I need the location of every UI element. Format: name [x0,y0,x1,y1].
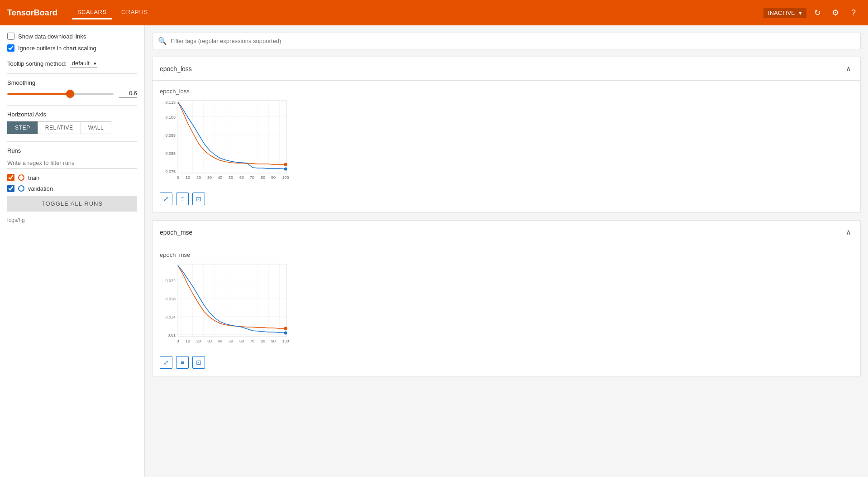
run-validation-checkbox[interactable] [7,185,14,192]
epoch-loss-section: epoch_loss ∧ epoch_loss 0. [152,57,861,213]
header: TensorBoard SCALARS GRAPHS INACTIVE ▾ ↻ … [0,0,868,25]
axis-label: Horizontal Axis [7,111,137,118]
status-badge[interactable]: INACTIVE ▾ [763,8,806,18]
svg-text:30: 30 [207,175,212,180]
show-download-checkbox[interactable] [7,33,14,40]
run-validation-dot [18,185,24,192]
epoch-mse-section: epoch_mse ∧ epoch_mse 0.01 [152,220,861,376]
svg-text:40: 40 [218,339,222,343]
smoothing-slider[interactable] [7,93,114,95]
app-logo: TensorBoard [7,8,57,18]
run-item-train: train [7,174,137,181]
run-train-label: train [28,174,39,181]
epoch-loss-data-button[interactable]: ≡ [176,193,189,205]
nav-graphs[interactable]: GRAPHS [116,6,153,19]
svg-text:0.105: 0.105 [165,115,176,120]
smoothing-row: 0.6 [7,90,137,98]
svg-text:20: 20 [196,339,201,343]
runs-filter-input[interactable] [7,158,137,169]
svg-text:60: 60 [239,175,244,180]
ignore-outliers-checkbox[interactable] [7,44,14,52]
filter-input[interactable] [171,38,855,44]
run-item-validation: validation [7,185,137,192]
ignore-outliers-row: Ignore outliers in chart scaling [7,44,137,52]
svg-point-35 [284,327,287,330]
nav-scalars[interactable]: SCALARS [72,6,112,19]
help-button[interactable]: ? [846,5,861,20]
svg-text:10: 10 [186,175,190,180]
settings-button[interactable]: ⚙ [828,5,843,20]
svg-text:100: 100 [282,175,289,180]
svg-text:0.014: 0.014 [165,315,176,319]
axis-step-button[interactable]: STEP [7,121,38,134]
display-options: Show data download links Ignore outliers… [7,33,137,52]
show-download-label[interactable]: Show data download links [18,33,86,40]
svg-point-36 [284,332,287,335]
header-right-controls: INACTIVE ▾ ↻ ⚙ ? [763,5,861,20]
axis-section: Horizontal Axis STEP RELATIVE WALL [7,111,137,134]
svg-text:50: 50 [229,339,233,343]
smoothing-section: Smoothing 0.6 [7,79,137,98]
svg-text:70: 70 [250,175,254,180]
epoch-mse-header: epoch_mse ∧ [153,221,860,244]
svg-point-17 [284,163,287,166]
epoch-loss-chart-wrapper: 0.075 0.085 0.095 0.105 0.115 0 10 20 30… [160,98,853,189]
svg-text:0.115: 0.115 [165,100,176,105]
epoch-loss-collapse-button[interactable]: ∧ [844,63,853,75]
svg-point-18 [284,168,287,171]
svg-text:0.075: 0.075 [165,169,176,174]
run-train-dot [18,174,24,181]
svg-text:10: 10 [186,339,190,343]
epoch-loss-chart-controls: ⤢ ≡ ⊡ [160,193,853,205]
divider-2 [7,105,137,106]
svg-text:0.018: 0.018 [165,297,176,301]
axis-relative-button[interactable]: RELATIVE [38,121,81,134]
epoch-loss-download-button[interactable]: ⊡ [192,193,205,205]
run-validation-label: validation [28,185,53,192]
epoch-mse-chart-controls: ⤢ ≡ ⊡ [160,356,853,369]
tooltip-row: Tooltip sorting method: default [7,59,137,68]
epoch-mse-chart: 0.01 0.014 0.018 0.022 0 10 20 30 40 50 … [160,262,314,352]
divider-1 [7,73,137,74]
logs-path: logs/hg [7,217,137,223]
smoothing-value: 0.6 [119,90,137,98]
tooltip-select-wrapper: default [70,59,97,68]
svg-text:80: 80 [261,339,265,343]
divider-3 [7,141,137,142]
svg-text:90: 90 [271,175,276,180]
epoch-mse-card: epoch_mse 0.01 0.014 0.018 0.022 [153,244,860,376]
tooltip-select[interactable]: default [70,59,97,68]
svg-text:0: 0 [176,339,179,343]
axis-wall-button[interactable]: WALL [81,121,112,134]
epoch-loss-title: epoch_loss [160,65,192,72]
epoch-loss-chart-title: epoch_loss [160,88,853,95]
svg-text:20: 20 [196,175,201,180]
epoch-mse-collapse-button[interactable]: ∧ [844,226,853,238]
ignore-outliers-label[interactable]: Ignore outliers in chart scaling [18,45,96,52]
svg-text:0.01: 0.01 [167,333,176,337]
main-content: 🔍 epoch_loss ∧ epoch_loss [145,25,868,477]
filter-bar: 🔍 [152,33,861,49]
epoch-mse-chart-wrapper: 0.01 0.014 0.018 0.022 0 10 20 30 40 50 … [160,262,853,352]
smoothing-label: Smoothing [7,79,137,86]
status-text: INACTIVE [768,10,795,16]
svg-text:90: 90 [271,339,276,343]
runs-section: Runs train validation TOGGLE ALL RUNS lo… [7,147,137,223]
axis-buttons: STEP RELATIVE WALL [7,121,137,134]
epoch-loss-expand-button[interactable]: ⤢ [160,193,172,205]
svg-text:0.022: 0.022 [165,279,176,283]
epoch-loss-chart: 0.075 0.085 0.095 0.105 0.115 0 10 20 30… [160,98,314,189]
refresh-button[interactable]: ↻ [810,5,825,20]
epoch-mse-download-button[interactable]: ⊡ [192,356,205,369]
svg-text:30: 30 [207,339,212,343]
svg-rect-0 [178,101,286,173]
tooltip-label: Tooltip sorting method: [7,60,67,67]
toggle-all-runs-button[interactable]: TOGGLE ALL RUNS [7,196,137,212]
search-icon: 🔍 [158,37,167,45]
epoch-mse-expand-button[interactable]: ⤢ [160,356,172,369]
run-train-checkbox[interactable] [7,174,14,181]
svg-text:50: 50 [229,175,233,180]
epoch-loss-header: epoch_loss ∧ [153,57,860,81]
svg-text:80: 80 [261,175,265,180]
epoch-mse-data-button[interactable]: ≡ [176,356,189,369]
